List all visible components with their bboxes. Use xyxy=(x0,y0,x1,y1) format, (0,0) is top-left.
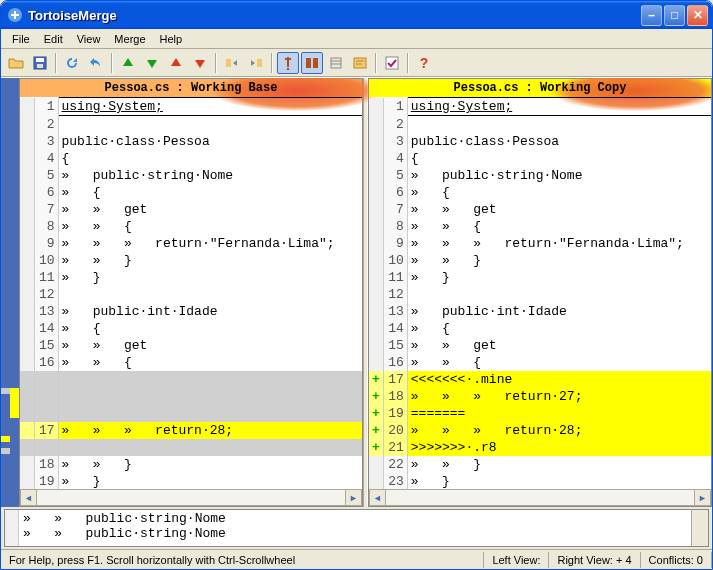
menu-file[interactable]: File xyxy=(5,31,37,47)
right-file-suffix: : Working Copy xyxy=(518,81,626,95)
code-line[interactable]: 8» » { xyxy=(20,218,362,235)
diff-area: Pessoa.cs : Working Base 1using·System;2… xyxy=(1,77,712,507)
code-line[interactable]: 12 xyxy=(369,286,711,303)
code-line[interactable]: 14» { xyxy=(20,320,362,337)
two-pane-icon[interactable] xyxy=(301,52,323,74)
maximize-button[interactable]: □ xyxy=(664,5,685,26)
left-pane-header: Pessoa.cs : Working Base xyxy=(20,79,362,97)
menu-merge[interactable]: Merge xyxy=(107,31,152,47)
code-line[interactable]: 1using·System; xyxy=(20,98,362,116)
window-title: TortoiseMerge xyxy=(28,8,641,23)
close-button[interactable]: ✕ xyxy=(687,5,708,26)
app-icon xyxy=(7,7,23,23)
code-line[interactable]: 5» public·string·Nome xyxy=(20,167,362,184)
code-line[interactable]: +19======= xyxy=(369,405,711,422)
code-line[interactable]: 7» » get xyxy=(369,201,711,218)
menu-help[interactable]: Help xyxy=(153,31,190,47)
svg-rect-9 xyxy=(331,58,341,68)
code-line[interactable] xyxy=(20,371,362,388)
menu-view[interactable]: View xyxy=(70,31,108,47)
code-line[interactable]: 18» » } xyxy=(20,456,362,473)
code-line[interactable]: 3public·class·Pessoa xyxy=(20,133,362,150)
code-line[interactable]: 3public·class·Pessoa xyxy=(369,133,711,150)
next-diff-icon[interactable] xyxy=(141,52,163,74)
next-conflict-icon[interactable] xyxy=(189,52,211,74)
code-line[interactable]: 11» } xyxy=(20,269,362,286)
code-line[interactable]: 6» { xyxy=(369,184,711,201)
right-pane: Pessoa.cs : Working Copy 1using·System;2… xyxy=(368,78,712,507)
show-whitespace-icon[interactable] xyxy=(277,52,299,74)
code-line[interactable]: +20» » » return·28; xyxy=(369,422,711,439)
code-line[interactable] xyxy=(20,405,362,422)
svg-rect-7 xyxy=(306,58,311,68)
code-line[interactable] xyxy=(20,439,362,456)
help-icon[interactable]: ? xyxy=(413,52,435,74)
code-line[interactable]: 4{ xyxy=(20,150,362,167)
reload-icon[interactable] xyxy=(61,52,83,74)
status-help: For Help, press F1. Scroll horizontally … xyxy=(1,552,484,568)
code-line[interactable]: 14» { xyxy=(369,320,711,337)
svg-rect-15 xyxy=(386,57,398,69)
status-leftview: Left View: xyxy=(484,552,549,568)
code-line[interactable]: 10» » } xyxy=(369,252,711,269)
code-line[interactable]: +21>>>>>>>·.r8 xyxy=(369,439,711,456)
code-line[interactable]: 19» } xyxy=(20,473,362,490)
code-line[interactable]: 8» » { xyxy=(369,218,711,235)
menu-edit[interactable]: Edit xyxy=(37,31,70,47)
merged-view[interactable]: » » public·string·Nome » » public·string… xyxy=(4,509,709,547)
code-line[interactable]: 2 xyxy=(369,116,711,133)
mark-resolved-icon[interactable] xyxy=(381,52,403,74)
right-hscrollbar[interactable]: ◄► xyxy=(369,489,711,506)
merged-vscrollbar[interactable] xyxy=(691,510,708,546)
svg-rect-12 xyxy=(354,58,366,68)
code-line[interactable]: 6» { xyxy=(20,184,362,201)
code-line[interactable]: 2 xyxy=(20,116,362,133)
code-line[interactable]: 16» » { xyxy=(369,354,711,371)
code-line[interactable]: 11» } xyxy=(369,269,711,286)
code-line[interactable]: 9» » » return·"Fernanda·Lima"; xyxy=(369,235,711,252)
left-pane: Pessoa.cs : Working Base 1using·System;2… xyxy=(19,78,363,507)
code-line[interactable] xyxy=(20,388,362,405)
prev-conflict-icon[interactable] xyxy=(165,52,187,74)
use-left-icon[interactable] xyxy=(221,52,243,74)
undo-icon[interactable] xyxy=(85,52,107,74)
code-line[interactable]: 16» » { xyxy=(20,354,362,371)
code-line[interactable]: 7» » get xyxy=(20,201,362,218)
svg-rect-3 xyxy=(37,64,43,68)
one-pane-icon[interactable] xyxy=(325,52,347,74)
svg-point-6 xyxy=(287,67,290,70)
code-line[interactable]: +17<<<<<<<·.mine xyxy=(369,371,711,388)
svg-rect-2 xyxy=(36,58,44,62)
open-icon[interactable] xyxy=(5,52,27,74)
code-line[interactable]: 15» » get xyxy=(369,337,711,354)
code-line[interactable]: 5» public·string·Nome xyxy=(369,167,711,184)
left-file-name: Pessoa.cs xyxy=(105,81,170,95)
wrap-icon[interactable] xyxy=(349,52,371,74)
code-line[interactable]: 22» » } xyxy=(369,456,711,473)
right-pane-header: Pessoa.cs : Working Copy xyxy=(369,79,711,97)
code-line[interactable]: 13» public·int·Idade xyxy=(369,303,711,320)
code-line[interactable]: 13» public·int·Idade xyxy=(20,303,362,320)
svg-text:?: ? xyxy=(420,55,429,71)
code-line[interactable]: 9» » » return·"Fernanda·Lima"; xyxy=(20,235,362,252)
code-line[interactable]: 15» » get xyxy=(20,337,362,354)
svg-rect-5 xyxy=(257,59,262,67)
left-code-view[interactable]: 1using·System;23public·class·Pessoa4{5» … xyxy=(20,97,362,489)
code-line[interactable]: +18» » » return·27; xyxy=(369,388,711,405)
left-file-suffix: : Working Base xyxy=(169,81,277,95)
prev-diff-icon[interactable] xyxy=(117,52,139,74)
save-icon[interactable] xyxy=(29,52,51,74)
code-line[interactable]: 4{ xyxy=(369,150,711,167)
right-file-name: Pessoa.cs xyxy=(454,81,519,95)
code-line[interactable]: 10» » } xyxy=(20,252,362,269)
overview-ruler[interactable] xyxy=(1,78,19,507)
code-line[interactable]: 23» } xyxy=(369,473,711,490)
left-hscrollbar[interactable]: ◄► xyxy=(20,489,362,506)
code-line[interactable]: 1using·System; xyxy=(369,98,711,116)
minimize-button[interactable]: – xyxy=(641,5,662,26)
toolbar: ? xyxy=(1,49,712,77)
code-line[interactable]: 17» » » return·28; xyxy=(20,422,362,439)
use-right-icon[interactable] xyxy=(245,52,267,74)
right-code-view[interactable]: 1using·System;23public·class·Pessoa4{5» … xyxy=(369,97,711,489)
code-line[interactable]: 12 xyxy=(20,286,362,303)
